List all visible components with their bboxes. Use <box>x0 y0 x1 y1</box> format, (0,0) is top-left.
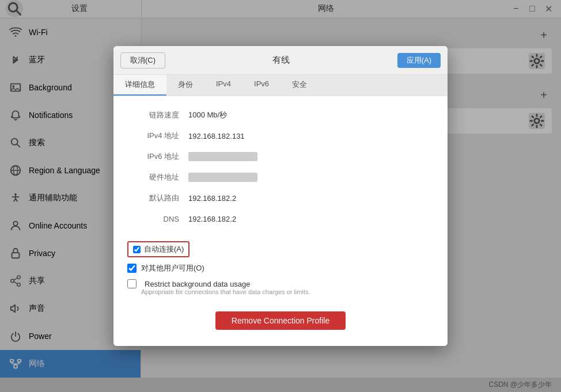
dialog-content: 链路速度 1000 Mb/秒 IPv4 地址 192.168.182.131 I… <box>113 96 448 346</box>
info-row-linkspeed: 链路速度 1000 Mb/秒 <box>127 108 434 123</box>
info-value-ipv6 <box>188 152 257 161</box>
info-label-dns: DNS <box>127 215 179 223</box>
other-users-label: 对其他用户可用(O) <box>141 263 204 273</box>
restrict-label: Restrict background data usage <box>145 280 251 288</box>
info-value-gateway: 192.168.182.2 <box>188 194 236 203</box>
info-value-hardware <box>188 173 257 182</box>
tab-ipv6[interactable]: IPv6 <box>242 75 280 96</box>
info-value-linkspeed: 1000 Mb/秒 <box>188 110 227 120</box>
info-row-dns: DNS 192.168.182.2 <box>127 211 434 226</box>
restrict-row: Restrict background data usage Appropria… <box>127 279 434 300</box>
tab-ipv4[interactable]: IPv4 <box>204 75 242 96</box>
dialog-apply-button[interactable]: 应用(A) <box>397 53 441 68</box>
dialog-tabs: 详细信息 身份 IPv4 IPv6 安全 <box>113 75 448 96</box>
restrict-checkbox[interactable] <box>127 279 137 288</box>
info-label-ipv6: IPv6 地址 <box>127 151 179 162</box>
info-label-gateway: 默认路由 <box>127 193 179 203</box>
dialog-title: 有线 <box>165 55 397 66</box>
info-value-ipv4: 192.168.182.131 <box>188 132 245 140</box>
remove-connection-button[interactable]: Remove Connection Profile <box>215 311 346 330</box>
auto-connect-label: 自动连接(A) <box>144 244 184 254</box>
info-row-hardware: 硬件地址 <box>127 170 434 185</box>
tab-details[interactable]: 详细信息 <box>113 75 166 96</box>
tab-identity[interactable]: 身份 <box>166 75 204 96</box>
info-label-ipv4: IPv4 地址 <box>127 131 179 141</box>
tab-security[interactable]: 安全 <box>280 75 319 96</box>
other-users-checkbox[interactable] <box>127 264 137 273</box>
other-users-row: 对其他用户可用(O) <box>127 263 434 273</box>
info-value-dns: 192.168.182.2 <box>188 215 236 223</box>
modal-overlay: 取消(C) 有线 应用(A) 详细信息 身份 IPv4 IPv6 安全 链路速度… <box>0 0 561 392</box>
dialog-cancel-button[interactable]: 取消(C) <box>120 52 165 68</box>
dialog-titlebar: 取消(C) 有线 应用(A) <box>113 46 448 75</box>
info-row-gateway: 默认路由 192.168.182.2 <box>127 191 434 205</box>
info-row-ipv6: IPv6 地址 <box>127 149 434 164</box>
restrict-sub-label: Appropriate for connections that have da… <box>141 288 310 295</box>
dialog: 取消(C) 有线 应用(A) 详细信息 身份 IPv4 IPv6 安全 链路速度… <box>113 46 448 346</box>
info-label-linkspeed: 链路速度 <box>127 110 179 120</box>
info-label-hardware: 硬件地址 <box>127 172 179 182</box>
auto-connect-checkbox[interactable] <box>133 246 141 253</box>
info-row-ipv4: IPv4 地址 192.168.182.131 <box>127 128 434 143</box>
